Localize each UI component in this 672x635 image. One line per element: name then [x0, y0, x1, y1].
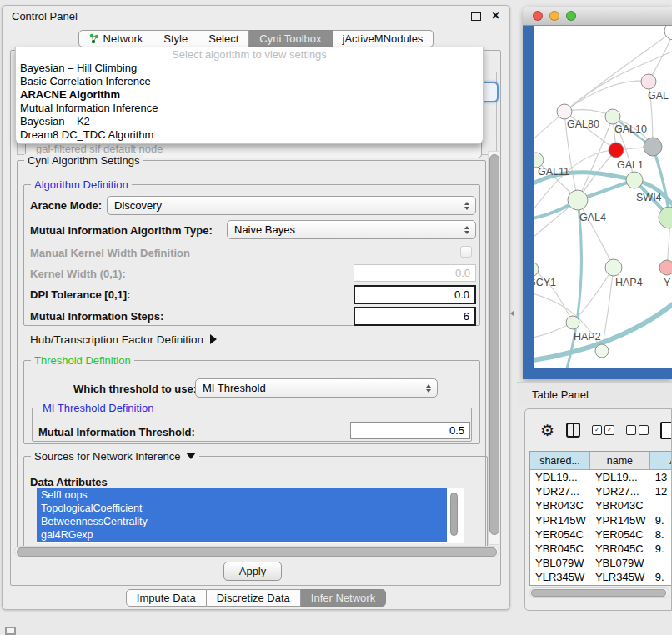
node-bottom[interactable] [595, 344, 609, 358]
node-gal4[interactable] [568, 190, 588, 210]
node-label-hap2: HAP2 [574, 331, 601, 342]
aracne-mode-combo[interactable]: Discovery [107, 196, 476, 215]
table-row[interactable]: YLR345WYLR345W9. [530, 570, 672, 584]
kernel-width-input: 0.0 [354, 264, 476, 282]
node-right-green[interactable] [659, 207, 672, 228]
minimize-traffic-light-icon[interactable] [549, 11, 559, 21]
tab-infer-network[interactable]: Infer Network [301, 589, 386, 607]
data-attribute-item[interactable]: BetweennessCentrality [37, 515, 447, 528]
close-traffic-light-icon[interactable] [533, 11, 543, 21]
control-panel-titlebar: Control Panel ✕ [2, 5, 510, 27]
node-label-gal1: GAL1 [617, 159, 644, 171]
node-gray[interactable] [644, 138, 662, 156]
algorithm-option-mutual-information-inference[interactable]: Mutual Information Inference [16, 102, 483, 115]
node-hap2[interactable] [566, 316, 579, 329]
dpi-tolerance-label: DPI Tolerance [0,1]: [30, 288, 130, 301]
control-panel-tabbar: NetworkStyleSelectCyni ToolboxjActiveMNo… [2, 30, 510, 48]
close-panel-icon[interactable]: ✕ [491, 12, 500, 20]
splitter-collapse-icon[interactable] [510, 310, 514, 317]
column-header-a[interactable]: A [650, 452, 672, 470]
table-panel-header: Table Panel [517, 382, 672, 407]
control-panel-title: Control Panel [12, 10, 78, 22]
algorithm-option-dream8-dc-tdc-algorithm[interactable]: Dream8 DC_TDC Algorithm [16, 128, 483, 142]
tab-label: Cyni Toolbox [259, 32, 321, 45]
cyni-bottom-tabbar: Impute DataDiscretize DataInfer Network [2, 589, 510, 607]
data-attributes-list[interactable]: SelfLoopsTopologicalCoefficientBetweenne… [37, 488, 464, 543]
node-gal-pink[interactable] [641, 74, 656, 89]
algorithm-option-bayesian-hill-climbing[interactable]: Bayesian – Hill Climbing [16, 62, 483, 75]
mi-threshold-input[interactable]: 0.5 [350, 422, 470, 439]
algorithm-option-aracne-algorithm[interactable]: ARACNE Algorithm [16, 88, 483, 102]
tab-style[interactable]: Style [153, 30, 198, 48]
mi-threshold-definition-title: MI Threshold Definition [39, 402, 157, 414]
table-row[interactable]: YIL053CYIL053C9. [530, 585, 672, 587]
manual-kernel-checkbox[interactable] [460, 246, 472, 258]
tab-label: Network [103, 32, 143, 45]
node-top[interactable] [664, 26, 672, 40]
tab-select[interactable]: Select [198, 30, 249, 48]
tab-cyni-toolbox[interactable]: Cyni Toolbox [249, 30, 332, 48]
float-panel-icon[interactable] [471, 12, 481, 21]
mi-algorithm-type-value: Naive Bayes [234, 223, 295, 236]
sources-title[interactable]: Sources for Network Inference [31, 450, 199, 462]
gear-icon[interactable]: ⚙ [540, 422, 554, 438]
network-graph: GALGAL80GAL10GAL1GAL11SWI4GAL4GCY1HAP4YH… [534, 26, 672, 368]
settings-horizontal-scrollbar[interactable] [14, 546, 499, 557]
table-cell: YER054C [590, 528, 650, 541]
which-threshold-label: Which threshold to use: [73, 382, 197, 395]
tab-jactivemnodules[interactable]: jActiveMNodules [333, 30, 434, 48]
which-threshold-value: MI Threshold [203, 382, 266, 394]
data-attribute-item[interactable]: SelfLoops [37, 488, 447, 502]
collapsed-panel-icon[interactable] [5, 627, 16, 635]
mi-steps-input[interactable]: 6 [354, 307, 476, 326]
columns-icon[interactable] [566, 422, 580, 438]
node-red[interactable] [609, 142, 624, 158]
dpi-tolerance-input[interactable]: 0.0 [354, 285, 476, 304]
column-header-name[interactable]: name [590, 452, 650, 470]
column-header-shared[interactable]: shared... [530, 452, 590, 470]
node-green-1[interactable] [605, 109, 620, 124]
mi-algorithm-type-combo[interactable]: Naive Bayes [227, 220, 476, 239]
tab-network[interactable]: Network [78, 30, 154, 48]
settings-vertical-scrollbar[interactable] [488, 151, 499, 545]
network-view-frame: GALGAL80GAL10GAL1GAL11SWI4GAL4GCY1HAP4YH… [523, 26, 672, 379]
zoom-traffic-light-icon[interactable] [566, 11, 576, 21]
tab-impute-data[interactable]: Impute Data [126, 589, 207, 607]
checked-pair-icon[interactable]: ✓✓ [592, 425, 614, 435]
network-edge [578, 200, 614, 268]
node-gal80[interactable] [557, 104, 572, 119]
node-label-gal80: GAL80 [567, 118, 599, 130]
tab-discretize-data[interactable]: Discretize Data [207, 589, 301, 607]
hub-definition-expander[interactable]: Hub/Transcription Factor Definition [30, 333, 217, 346]
dpi-tolerance-value: 0.0 [454, 288, 469, 301]
combo-arrows-icon [464, 202, 475, 210]
node-swi4[interactable] [626, 172, 643, 188]
node-label-gcy1: GCY1 [534, 277, 556, 288]
apply-button[interactable]: Apply [223, 562, 282, 581]
document-icon[interactable] [660, 422, 672, 439]
table-row[interactable]: YDR27...YDR27...12 [530, 484, 672, 498]
table-row[interactable]: YBR043CYBR043C [530, 498, 672, 512]
table-cell: YPR145W [530, 514, 590, 527]
which-threshold-combo[interactable]: MI Threshold [195, 378, 438, 398]
hub-definition-label: Hub/Transcription Factor Definition [30, 333, 203, 346]
table-row[interactable]: YPR145WYPR145W9. [530, 513, 672, 528]
table-row[interactable]: YDL19...YDL19...13 [530, 470, 672, 484]
algorithm-option-basic-correlation-inference[interactable]: Basic Correlation Inference [16, 75, 483, 88]
aracne-mode-value: Discovery [114, 199, 162, 212]
table-row[interactable]: YBL079WYBL079W [530, 556, 672, 570]
algorithm-dropdown-placeholder: Select algorithm to view settings [16, 48, 483, 62]
table-horizontal-scrollbar[interactable] [529, 588, 669, 598]
tab-label: Select [208, 32, 238, 45]
unchecked-pair-icon[interactable] [626, 425, 649, 435]
attributes-list-scrollbar[interactable] [450, 492, 458, 536]
node-y-pink[interactable] [659, 260, 672, 275]
algorithm-option-bayesian-k2[interactable]: Bayesian – K2 [16, 115, 483, 128]
data-attribute-item[interactable]: TopologicalCoefficient [37, 502, 447, 515]
node-hap4[interactable] [605, 259, 622, 276]
table-row[interactable]: YER054CYER054C8. [530, 528, 672, 542]
node-gcy1[interactable] [534, 262, 539, 277]
data-attribute-item[interactable]: gal4RGexp [37, 528, 447, 542]
table-row[interactable]: YBR045CYBR045C9. [530, 542, 672, 556]
network-canvas[interactable]: GALGAL80GAL10GAL1GAL11SWI4GAL4GCY1HAP4YH… [534, 26, 672, 368]
